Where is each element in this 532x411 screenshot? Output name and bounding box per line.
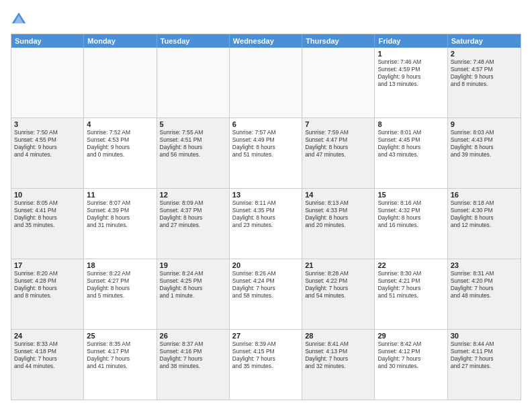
calendar-cell: 20Sunrise: 8:26 AM Sunset: 4:24 PM Dayli… [230, 259, 302, 329]
calendar-row-4: 17Sunrise: 8:20 AM Sunset: 4:28 PM Dayli… [11, 259, 521, 329]
calendar-cell: 16Sunrise: 8:18 AM Sunset: 4:30 PM Dayli… [448, 189, 521, 259]
day-info: Sunrise: 8:01 AM Sunset: 4:45 PM Dayligh… [378, 129, 444, 158]
calendar-cell: 25Sunrise: 8:35 AM Sunset: 4:17 PM Dayli… [84, 330, 157, 400]
calendar-cell: 13Sunrise: 8:11 AM Sunset: 4:35 PM Dayli… [230, 189, 302, 259]
day-info: Sunrise: 8:24 AM Sunset: 4:25 PM Dayligh… [160, 270, 226, 300]
header [11, 11, 521, 27]
day-info: Sunrise: 7:57 AM Sunset: 4:49 PM Dayligh… [232, 129, 299, 158]
calendar-cell: 10Sunrise: 8:05 AM Sunset: 4:41 PM Dayli… [11, 189, 84, 259]
day-number: 13 [232, 191, 299, 199]
calendar-cell: 1Sunrise: 7:46 AM Sunset: 4:59 PM Daylig… [375, 48, 447, 118]
day-number: 30 [451, 332, 518, 340]
calendar-cell: 30Sunrise: 8:44 AM Sunset: 4:11 PM Dayli… [448, 330, 521, 400]
day-number: 18 [87, 261, 153, 269]
calendar-cell: 29Sunrise: 8:42 AM Sunset: 4:12 PM Dayli… [375, 330, 447, 400]
day-number: 23 [451, 261, 518, 269]
day-number: 19 [160, 261, 226, 269]
calendar-body: 1Sunrise: 7:46 AM Sunset: 4:59 PM Daylig… [11, 48, 521, 400]
day-number: 24 [14, 332, 81, 340]
day-info: Sunrise: 8:16 AM Sunset: 4:32 PM Dayligh… [378, 199, 444, 229]
day-number: 29 [378, 332, 444, 340]
calendar-row-5: 24Sunrise: 8:33 AM Sunset: 4:18 PM Dayli… [11, 329, 521, 400]
header-day-monday: Monday [84, 34, 157, 48]
calendar-cell: 17Sunrise: 8:20 AM Sunset: 4:28 PM Dayli… [11, 259, 84, 329]
header-day-thursday: Thursday [302, 34, 375, 48]
day-number: 14 [305, 191, 371, 199]
header-day-tuesday: Tuesday [157, 34, 230, 48]
page: SundayMondayTuesdayWednesdayThursdayFrid… [0, 0, 532, 411]
day-info: Sunrise: 8:35 AM Sunset: 4:17 PM Dayligh… [87, 340, 153, 370]
calendar-cell [302, 48, 375, 118]
day-info: Sunrise: 7:55 AM Sunset: 4:51 PM Dayligh… [160, 129, 226, 158]
day-number: 4 [87, 120, 153, 128]
calendar-row-3: 10Sunrise: 8:05 AM Sunset: 4:41 PM Dayli… [11, 188, 521, 259]
day-info: Sunrise: 8:07 AM Sunset: 4:39 PM Dayligh… [87, 199, 153, 229]
day-number: 9 [451, 120, 518, 128]
calendar-cell: 26Sunrise: 8:37 AM Sunset: 4:16 PM Dayli… [157, 330, 230, 400]
day-info: Sunrise: 8:18 AM Sunset: 4:30 PM Dayligh… [451, 199, 518, 229]
day-info: Sunrise: 8:20 AM Sunset: 4:28 PM Dayligh… [14, 270, 81, 300]
day-number: 8 [378, 120, 444, 128]
calendar-cell: 15Sunrise: 8:16 AM Sunset: 4:32 PM Dayli… [375, 189, 447, 259]
header-day-sunday: Sunday [11, 34, 84, 48]
day-info: Sunrise: 8:26 AM Sunset: 4:24 PM Dayligh… [232, 270, 299, 300]
day-info: Sunrise: 8:31 AM Sunset: 4:20 PM Dayligh… [451, 270, 518, 300]
calendar-cell: 19Sunrise: 8:24 AM Sunset: 4:25 PM Dayli… [157, 259, 230, 329]
day-info: Sunrise: 8:41 AM Sunset: 4:13 PM Dayligh… [305, 340, 371, 370]
calendar-cell: 2Sunrise: 7:48 AM Sunset: 4:57 PM Daylig… [448, 48, 521, 118]
day-number: 5 [160, 120, 226, 128]
day-info: Sunrise: 7:48 AM Sunset: 4:57 PM Dayligh… [451, 58, 518, 88]
day-info: Sunrise: 8:05 AM Sunset: 4:41 PM Dayligh… [14, 199, 81, 229]
logo-icon [11, 11, 27, 27]
header-day-friday: Friday [375, 34, 447, 48]
day-number: 22 [378, 261, 444, 269]
day-info: Sunrise: 7:52 AM Sunset: 4:53 PM Dayligh… [87, 129, 153, 158]
day-info: Sunrise: 8:44 AM Sunset: 4:11 PM Dayligh… [451, 340, 518, 370]
day-info: Sunrise: 8:11 AM Sunset: 4:35 PM Dayligh… [232, 199, 299, 229]
day-info: Sunrise: 8:42 AM Sunset: 4:12 PM Dayligh… [378, 340, 444, 370]
day-number: 28 [305, 332, 371, 340]
calendar-cell: 14Sunrise: 8:13 AM Sunset: 4:33 PM Dayli… [302, 189, 375, 259]
calendar-cell [230, 48, 302, 118]
day-number: 6 [232, 120, 299, 128]
day-number: 21 [305, 261, 371, 269]
calendar-cell: 8Sunrise: 8:01 AM Sunset: 4:45 PM Daylig… [375, 118, 447, 188]
calendar-row-2: 3Sunrise: 7:50 AM Sunset: 4:55 PM Daylig… [11, 118, 521, 188]
calendar-cell: 21Sunrise: 8:28 AM Sunset: 4:22 PM Dayli… [302, 259, 375, 329]
header-day-saturday: Saturday [448, 34, 521, 48]
header-day-wednesday: Wednesday [230, 34, 302, 48]
day-info: Sunrise: 8:03 AM Sunset: 4:43 PM Dayligh… [451, 129, 518, 158]
day-info: Sunrise: 7:59 AM Sunset: 4:47 PM Dayligh… [305, 129, 371, 158]
calendar-cell: 3Sunrise: 7:50 AM Sunset: 4:55 PM Daylig… [11, 118, 84, 188]
day-info: Sunrise: 8:37 AM Sunset: 4:16 PM Dayligh… [160, 340, 226, 370]
day-number: 26 [160, 332, 226, 340]
calendar-cell: 4Sunrise: 7:52 AM Sunset: 4:53 PM Daylig… [84, 118, 157, 188]
calendar-row-1: 1Sunrise: 7:46 AM Sunset: 4:59 PM Daylig… [11, 48, 521, 118]
day-number: 15 [378, 191, 444, 199]
logo [11, 11, 30, 27]
day-info: Sunrise: 7:50 AM Sunset: 4:55 PM Dayligh… [14, 129, 81, 158]
day-info: Sunrise: 8:13 AM Sunset: 4:33 PM Dayligh… [305, 199, 371, 229]
calendar-cell: 27Sunrise: 8:39 AM Sunset: 4:15 PM Dayli… [230, 330, 302, 400]
calendar-cell: 28Sunrise: 8:41 AM Sunset: 4:13 PM Dayli… [302, 330, 375, 400]
calendar-cell [11, 48, 84, 118]
day-number: 17 [14, 261, 81, 269]
day-info: Sunrise: 8:33 AM Sunset: 4:18 PM Dayligh… [14, 340, 81, 370]
day-info: Sunrise: 7:46 AM Sunset: 4:59 PM Dayligh… [378, 58, 444, 88]
calendar-cell: 22Sunrise: 8:30 AM Sunset: 4:21 PM Dayli… [375, 259, 447, 329]
calendar-cell: 9Sunrise: 8:03 AM Sunset: 4:43 PM Daylig… [448, 118, 521, 188]
day-number: 11 [87, 191, 153, 199]
day-number: 20 [232, 261, 299, 269]
day-info: Sunrise: 8:39 AM Sunset: 4:15 PM Dayligh… [232, 340, 299, 370]
day-number: 25 [87, 332, 153, 340]
calendar-cell [157, 48, 230, 118]
calendar-cell: 23Sunrise: 8:31 AM Sunset: 4:20 PM Dayli… [448, 259, 521, 329]
day-info: Sunrise: 8:09 AM Sunset: 4:37 PM Dayligh… [160, 199, 226, 229]
calendar-cell: 6Sunrise: 7:57 AM Sunset: 4:49 PM Daylig… [230, 118, 302, 188]
calendar: SundayMondayTuesdayWednesdayThursdayFrid… [11, 34, 521, 400]
calendar-cell: 11Sunrise: 8:07 AM Sunset: 4:39 PM Dayli… [84, 189, 157, 259]
day-info: Sunrise: 8:22 AM Sunset: 4:27 PM Dayligh… [87, 270, 153, 300]
day-number: 16 [451, 191, 518, 199]
calendar-cell [84, 48, 157, 118]
day-number: 7 [305, 120, 371, 128]
